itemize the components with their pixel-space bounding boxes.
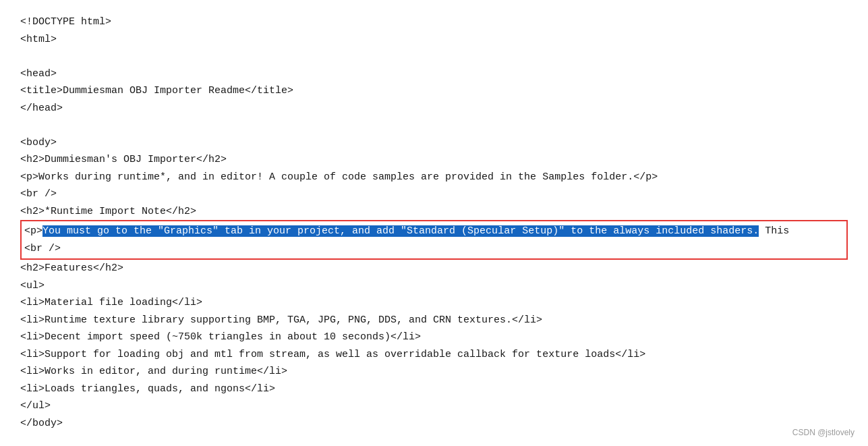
line-5: <title>Dummiesman OBJ Importer Readme</t… xyxy=(20,82,848,100)
line-8: <body> xyxy=(20,134,848,152)
line-2: <html> xyxy=(20,31,848,49)
line-1: <!DOCTYPE html> xyxy=(20,13,848,31)
line-15: <ul> xyxy=(20,277,848,295)
code-container: <!DOCTYPE html> <html> <head> <title>Dum… xyxy=(20,13,848,432)
line-14: <h2>Features</h2> xyxy=(20,260,848,277)
line-6: </head> xyxy=(20,100,848,117)
line-blank-1 xyxy=(20,48,848,65)
line-9: <h2>Dummiesman's OBJ Importer</h2> xyxy=(20,151,848,169)
line-13b: <br /> xyxy=(24,240,844,258)
line-4: <head> xyxy=(20,65,848,83)
line-23: </body> xyxy=(20,415,848,433)
line-19: <li>Support for loading obj and mtl from… xyxy=(20,346,848,364)
line-21: <li>Loads triangles, quads, and ngons</l… xyxy=(20,381,848,398)
line-12: <h2>*Runtime Import Note</h2> xyxy=(20,203,848,221)
highlight-box: <p>You must go to the "Graphics" tab in … xyxy=(20,220,848,260)
watermark: CSDN @jstlovely xyxy=(792,426,855,439)
line-blank-2 xyxy=(20,117,848,134)
line-17: <li>Runtime texture library supporting B… xyxy=(20,312,848,329)
line-10: <p>Works during runtime*, and in editor!… xyxy=(20,169,848,186)
line-13a-prefix: <p> xyxy=(24,225,42,237)
line-11: <br /> xyxy=(20,186,848,203)
line-13a-suffix: This xyxy=(759,225,789,237)
line-16: <li>Material file loading</li> xyxy=(20,294,848,312)
line-13a: <p>You must go to the "Graphics" tab in … xyxy=(24,223,844,240)
line-13a-highlighted: You must go to the "Graphics" tab in you… xyxy=(42,225,759,237)
line-18: <li>Decent import speed (~750k triangles… xyxy=(20,329,848,346)
line-20: <li>Works in editor, and during runtime<… xyxy=(20,363,848,381)
line-22: </ul> xyxy=(20,397,848,415)
